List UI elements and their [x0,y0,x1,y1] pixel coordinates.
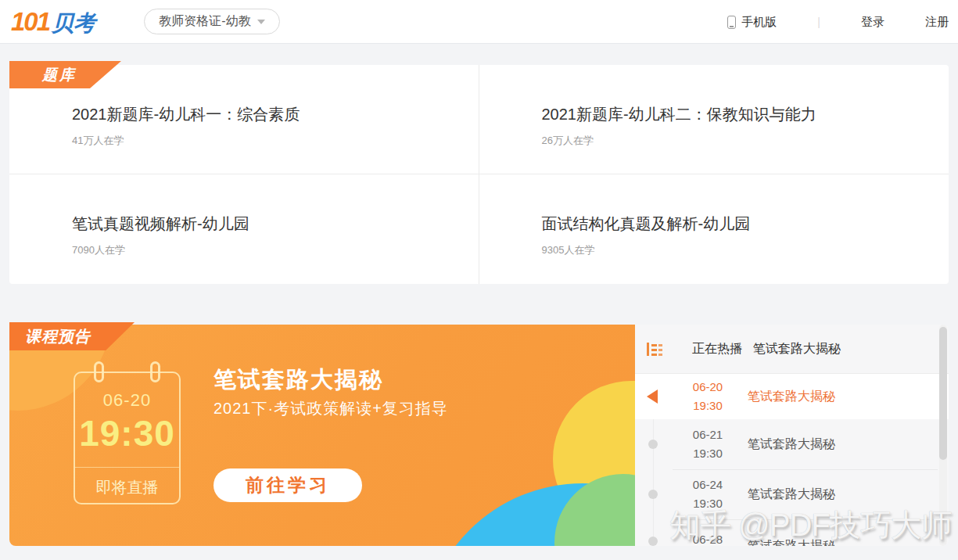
schedule-row[interactable]: 06-21 19:30 笔试套路大揭秘 [635,419,949,469]
card-title[interactable]: 2021新题库-幼儿科二：保教知识与能力 [542,104,926,124]
live-calendar-card: 06-20 19:30 即将直播 [74,372,181,504]
question-bank-card[interactable]: 面试结构化真题及解析-幼儿园 9305人在学 [479,174,949,284]
schedule-title[interactable]: 笔试套路大揭秘 [748,436,835,453]
nav-divider: | [817,16,820,28]
timeline-dot-icon [648,490,658,499]
card-title[interactable]: 面试结构化真题及解析-幼儿园 [542,214,926,234]
card-learner-count: 26万人在学 [542,134,926,148]
schedule-row-active[interactable]: 06-20 19:30 笔试套路大揭秘 [635,374,949,419]
calendar-divider [75,467,179,468]
nav-mobile-version[interactable]: 手机版 [741,15,777,30]
question-bank-grid: 2021新题库-幼儿科一：综合素质 41万人在学 2021新题库-幼儿科二：保教… [9,65,949,284]
card-title[interactable]: 笔试真题视频解析-幼儿园 [72,214,455,234]
schedule-datetime: 06-20 19:30 [682,378,734,415]
card-title[interactable]: 2021新题库-幼儿科一：综合素质 [72,104,455,124]
nav-login[interactable]: 登录 [861,15,884,30]
question-bank-card[interactable]: 笔试真题视频解析-幼儿园 7090人在学 [9,174,479,284]
go-study-button[interactable]: 前往学习 [213,468,362,502]
schedule-date: 06-24 [693,478,723,491]
live-time: 19:30 [75,412,179,454]
calendar-ring-icon [150,361,160,382]
course-preview-banner: 06-20 19:30 即将直播 笔试套路大揭秘 2021下·考试政策解读+复习… [9,325,635,546]
timeline-dot-icon [648,440,658,449]
row-divider [673,469,938,470]
now-playing-icon [644,339,665,359]
mobile-phone-icon [727,16,736,29]
now-playing-label: 正在热播 [692,341,742,357]
schedule-time: 19:30 [693,447,723,460]
top-header: 101 贝考 教师资格证-幼教 手机版 | 登录 注册 [0,0,958,44]
watermark: 知乎 @PDF技巧大师 [669,504,951,547]
course-preview-ribbon-label: 课程预告 [25,326,91,347]
category-selector[interactable]: 教师资格证-幼教 [144,9,280,34]
card-learner-count: 7090人在学 [72,243,455,257]
nav-register[interactable]: 注册 [925,15,949,30]
banner-course-title: 笔试套路大揭秘 [213,364,383,396]
schedule-title[interactable]: 笔试套路大揭秘 [748,486,835,503]
schedule-datetime: 06-21 19:30 [682,425,734,463]
timeline-dot-icon [648,537,658,546]
top-nav: 手机版 | 登录 注册 [727,0,949,44]
category-label: 教师资格证-幼教 [159,13,250,30]
scrollbar-thumb[interactable] [939,327,947,460]
question-bank-ribbon-label: 题库 [42,65,77,85]
logo-number: 101 [11,7,49,37]
schedule-title[interactable]: 笔试套路大揭秘 [748,389,835,405]
now-playing-title: 笔试套路大揭秘 [753,341,841,357]
calendar-ring-icon [94,361,104,382]
chevron-down-icon [257,20,265,24]
banner-course-subtitle: 2021下·考试政策解读+复习指导 [213,398,448,419]
live-date: 06-20 [75,390,179,411]
schedule-time: 19:30 [693,399,723,412]
card-learner-count: 9305人在学 [542,243,926,257]
live-status: 即将直播 [75,477,179,498]
logo-brand-name: 贝考 [52,9,95,38]
question-bank-section: 2021新题库-幼儿科一：综合素质 41万人在学 2021新题库-幼儿科二：保教… [9,65,949,284]
now-playing-row: 正在热播 笔试套路大揭秘 [635,325,949,374]
schedule-date: 06-21 [693,428,723,441]
question-bank-card[interactable]: 2021新题库-幼儿科二：保教知识与能力 26万人在学 [479,65,949,174]
card-learner-count: 41万人在学 [72,134,455,148]
active-marker-icon [647,389,658,404]
schedule-date: 06-20 [693,380,723,393]
site-logo[interactable]: 101 贝考 [11,7,95,38]
